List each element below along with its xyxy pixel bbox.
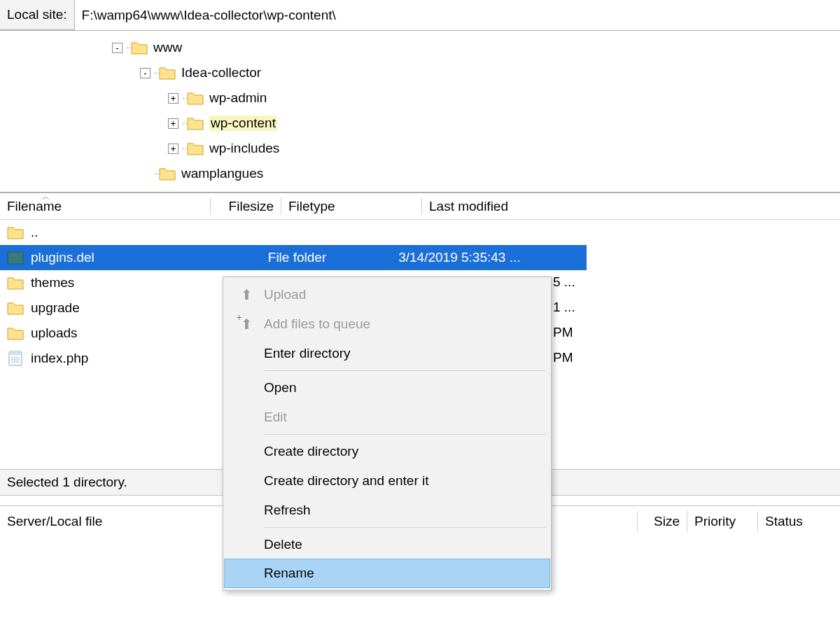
menu-item-label: Open bbox=[264, 380, 540, 396]
column-last-modified-label: Last modified bbox=[429, 199, 508, 214]
queue-column-priority-label: Priority bbox=[694, 514, 736, 528]
column-filesize-label: Filesize bbox=[229, 199, 274, 214]
tree-item[interactable]: +wp-content bbox=[0, 111, 840, 136]
tree-item-label: wp-admin bbox=[209, 90, 267, 105]
menu-item-label: Enter directory bbox=[264, 346, 540, 361]
menu-item-rename[interactable]: Rename bbox=[224, 559, 550, 588]
expand-icon[interactable]: + bbox=[168, 144, 178, 154]
add-to-queue-icon: ⬆+ bbox=[229, 316, 264, 332]
menu-item-create-directory[interactable]: Create directory bbox=[225, 437, 550, 466]
sort-ascending-icon: ︿ bbox=[42, 191, 50, 203]
tree-item[interactable]: -Idea-collector bbox=[0, 60, 840, 85]
file-name-label: index.php bbox=[31, 351, 88, 366]
file-icon bbox=[7, 351, 24, 366]
tree-item-label: Idea-collector bbox=[181, 65, 261, 80]
folder-icon bbox=[7, 326, 24, 341]
menu-item-label: Rename bbox=[264, 566, 540, 581]
menu-item-add-files-to-queue: ⬆+Add files to queue bbox=[225, 309, 550, 339]
folder-icon bbox=[7, 275, 24, 290]
column-filename-label: Filename bbox=[7, 199, 62, 214]
file-name-label: .. bbox=[31, 225, 38, 240]
expand-icon[interactable]: + bbox=[168, 93, 178, 104]
menu-item-label: Create directory and enter it bbox=[264, 473, 540, 489]
queue-column-priority[interactable]: Priority bbox=[687, 514, 757, 529]
file-name-label: plugins.del bbox=[31, 250, 94, 265]
queue-column-status-label: Status bbox=[765, 514, 803, 528]
menu-item-label: Create directory bbox=[264, 444, 540, 459]
file-name-cell: index.php bbox=[0, 351, 210, 366]
column-filesize[interactable]: Filesize bbox=[211, 193, 281, 219]
local-path-input[interactable] bbox=[75, 0, 840, 30]
folder-icon bbox=[159, 167, 176, 181]
menu-item-open[interactable]: Open bbox=[225, 373, 550, 402]
column-filename[interactable]: Filename ︿ bbox=[0, 193, 210, 219]
file-name-cell: uploads bbox=[0, 326, 210, 341]
queue-column-size-label: Size bbox=[654, 514, 680, 528]
local-tree-panel[interactable]: -www-Idea-collector+wp-admin+wp-content+… bbox=[0, 31, 840, 193]
tree-item-label: wamplangues bbox=[181, 166, 263, 181]
menu-item-edit: Edit bbox=[225, 402, 550, 432]
file-row[interactable]: plugins.delFile folder3/14/2019 5:35:43 … bbox=[0, 245, 587, 270]
selection-status-text: Selected 1 directory. bbox=[7, 475, 127, 490]
folder-icon bbox=[7, 225, 24, 240]
column-last-modified[interactable]: Last modified bbox=[422, 193, 632, 219]
folder-icon bbox=[131, 41, 148, 55]
column-filetype-label: Filetype bbox=[288, 199, 335, 214]
menu-item-label: Refresh bbox=[264, 503, 540, 518]
path-bar-label: Local site: bbox=[0, 0, 75, 30]
tree-item[interactable]: +wp-admin bbox=[0, 85, 840, 111]
file-list-header: Filename ︿ Filesize Filetype Last modifi… bbox=[0, 193, 840, 220]
menu-item-enter-directory[interactable]: Enter directory bbox=[225, 339, 550, 368]
tree-item-label: www bbox=[153, 40, 182, 55]
expand-icon[interactable]: + bbox=[168, 118, 178, 129]
context-menu: ⬆Upload⬆+Add files to queueEnter directo… bbox=[223, 276, 552, 591]
file-modified-cell: 3/14/2019 5:35:43 ... bbox=[391, 250, 587, 265]
menu-item-label: Edit bbox=[264, 410, 540, 425]
menu-divider bbox=[264, 370, 545, 371]
folder-icon bbox=[7, 250, 24, 265]
queue-column-status[interactable]: Status bbox=[758, 514, 821, 529]
menu-item-refresh[interactable]: Refresh bbox=[225, 496, 550, 525]
tree-item[interactable]: -www bbox=[0, 35, 840, 60]
collapse-icon[interactable]: - bbox=[112, 43, 122, 53]
file-name-cell: .. bbox=[0, 225, 210, 240]
file-type-cell: File folder bbox=[261, 250, 391, 265]
menu-item-label: Delete bbox=[264, 537, 540, 552]
path-bar: Local site: bbox=[0, 0, 840, 31]
file-name-label: upgrade bbox=[31, 300, 80, 316]
expander-spacer bbox=[140, 169, 150, 179]
collapse-icon[interactable]: - bbox=[140, 68, 150, 78]
tree-item-label: wp-content bbox=[211, 115, 276, 130]
folder-icon bbox=[187, 91, 204, 105]
menu-item-label: Add files to queue bbox=[264, 316, 540, 332]
file-name-label: uploads bbox=[31, 326, 78, 341]
tree-item-label: wp-includes bbox=[209, 141, 279, 155]
tree-item[interactable]: wamplangues bbox=[0, 161, 840, 186]
menu-divider bbox=[264, 434, 545, 435]
file-modified-peek: PM bbox=[553, 325, 573, 340]
menu-item-delete[interactable]: Delete bbox=[225, 530, 550, 559]
file-modified-peek: PM bbox=[553, 350, 573, 365]
menu-item-upload: ⬆Upload bbox=[225, 280, 550, 309]
queue-column-size[interactable]: Size bbox=[638, 514, 687, 529]
file-name-label: themes bbox=[31, 275, 74, 290]
folder-icon bbox=[187, 116, 204, 130]
tree-item[interactable]: +wp-includes bbox=[0, 136, 840, 161]
queue-column-file-label: Server/Local file bbox=[7, 514, 102, 528]
upload-icon: ⬆ bbox=[229, 286, 264, 303]
menu-item-create-directory-and-enter-it[interactable]: Create directory and enter it bbox=[225, 466, 550, 496]
folder-icon bbox=[7, 300, 24, 316]
file-name-cell: plugins.del bbox=[0, 250, 195, 265]
file-row[interactable]: .. bbox=[0, 220, 840, 245]
file-name-cell: upgrade bbox=[0, 300, 210, 316]
file-modified-peek: 5 ... bbox=[553, 274, 575, 290]
menu-divider bbox=[264, 527, 545, 528]
file-name-cell: themes bbox=[0, 275, 210, 290]
column-filetype[interactable]: Filetype bbox=[281, 193, 421, 219]
folder-icon bbox=[187, 141, 204, 155]
folder-icon bbox=[159, 66, 176, 80]
menu-item-label: Upload bbox=[264, 287, 540, 302]
file-modified-peek: 1 ... bbox=[553, 300, 575, 315]
